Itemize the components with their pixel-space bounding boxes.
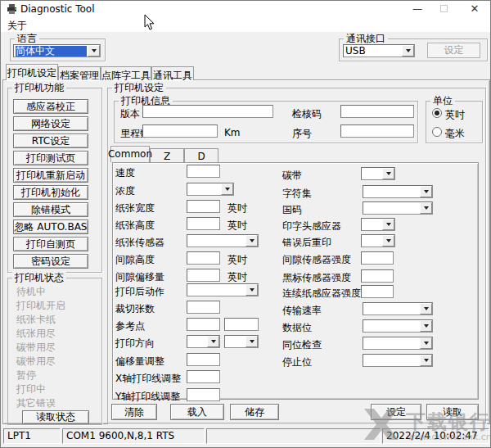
version-label: 版本 bbox=[120, 107, 140, 121]
reprint-after-error-select[interactable] bbox=[361, 234, 395, 247]
ribbon-select[interactable] bbox=[361, 167, 395, 180]
charset-select[interactable] bbox=[363, 185, 433, 198]
printer-icon bbox=[7, 4, 17, 15]
read-button[interactable]: 读取 bbox=[426, 404, 479, 420]
gap-sensor-strength-input[interactable] bbox=[361, 251, 394, 265]
sensor-calibration-button[interactable]: 感应器校正 bbox=[13, 99, 88, 114]
version-input[interactable] bbox=[142, 105, 273, 118]
unit-group: 单位 英吋 毫米 bbox=[426, 101, 483, 143]
printer-settings-label: 打印机设定 bbox=[112, 82, 166, 93]
tab-d[interactable]: D bbox=[184, 148, 218, 162]
form-row-bline-sensor-strength: 黑标传感器强度 bbox=[282, 271, 446, 286]
tab-bitmap-font-tool[interactable]: 点阵字工具 bbox=[101, 66, 151, 80]
comm-select[interactable]: USB bbox=[343, 44, 415, 57]
gap-offset-input[interactable] bbox=[187, 269, 220, 282]
x-line-adjust-input[interactable] bbox=[187, 370, 220, 383]
print-direction-select-2[interactable] bbox=[224, 335, 259, 348]
post-print-action-label: 打印后动作 bbox=[115, 285, 164, 299]
mileage-input[interactable] bbox=[142, 124, 218, 138]
reference-x-input[interactable] bbox=[187, 318, 220, 331]
chevron-down-icon[interactable] bbox=[246, 235, 258, 247]
print-direction-select-1[interactable] bbox=[187, 335, 220, 348]
form-row-baud-rate: 传输速率 bbox=[282, 304, 446, 319]
unit-mm-label: 毫米 bbox=[445, 127, 465, 141]
reference-y-input[interactable] bbox=[224, 318, 259, 331]
chevron-down-icon[interactable] bbox=[420, 337, 432, 349]
password-settings-button[interactable]: 密码设定 bbox=[13, 254, 88, 269]
statusbar-time: 2022/2/4 10:02:47 bbox=[382, 428, 489, 444]
tab-comm-tool[interactable]: 通讯工具 bbox=[151, 66, 194, 80]
y-line-adjust-input[interactable] bbox=[187, 388, 220, 401]
post-print-action-select[interactable] bbox=[187, 283, 259, 296]
charset-label: 字符集 bbox=[282, 187, 312, 201]
paper-height-input[interactable] bbox=[187, 217, 220, 230]
ignore-autobas-button[interactable]: 忽略 AUTO.BAS bbox=[13, 219, 88, 234]
language-group-label: 语言 bbox=[15, 33, 39, 44]
language-select[interactable]: 简体中文 bbox=[13, 44, 101, 57]
chevron-down-icon[interactable] bbox=[420, 186, 432, 197]
chevron-down-icon[interactable] bbox=[207, 336, 219, 347]
form-row-printhead-sensor: 印字头感应器 bbox=[282, 219, 446, 234]
gap-height-input[interactable] bbox=[187, 251, 220, 265]
chevron-down-icon[interactable] bbox=[382, 168, 394, 179]
form-row-y-line-adjust: Y轴打印线调整 bbox=[115, 390, 279, 405]
debug-mode-button[interactable]: 除错模式 bbox=[13, 202, 88, 217]
chevron-down-icon[interactable] bbox=[88, 45, 100, 57]
unit-inch-label: 英吋 bbox=[445, 108, 465, 122]
unit-mm-radio[interactable] bbox=[432, 127, 442, 137]
tab-file-management[interactable]: 档案管理 bbox=[58, 66, 101, 80]
chevron-down-icon[interactable] bbox=[246, 284, 258, 296]
clear-button[interactable]: 清除 bbox=[111, 404, 157, 420]
tab-common[interactable]: Common bbox=[110, 146, 150, 162]
paper-width-input[interactable] bbox=[187, 200, 220, 213]
read-status-button[interactable]: 读取状态 bbox=[22, 410, 89, 424]
printer-restart-button[interactable]: 打印机重新启动 bbox=[13, 168, 88, 183]
cut-count-input[interactable] bbox=[187, 301, 220, 314]
tab-z[interactable]: Z bbox=[150, 148, 184, 162]
continuous-sensor-strength-label: 连续纸感应器强度 bbox=[282, 287, 361, 301]
bline-sensor-strength-input[interactable] bbox=[361, 269, 394, 283]
offset-adjust-input[interactable] bbox=[187, 353, 220, 366]
data-bits-select[interactable] bbox=[363, 319, 433, 333]
baud-rate-select[interactable] bbox=[363, 302, 433, 315]
continuous-sensor-strength-input[interactable] bbox=[361, 285, 394, 298]
chevron-down-icon[interactable] bbox=[402, 45, 414, 57]
save-button[interactable]: 储存 bbox=[230, 404, 279, 420]
network-settings-button[interactable]: 网络设定 bbox=[13, 116, 88, 131]
speed-input[interactable] bbox=[187, 165, 220, 178]
minimize-button[interactable]: — bbox=[405, 1, 430, 17]
print-test-page-button[interactable]: 打印测试页 bbox=[13, 151, 88, 165]
comm-set-button[interactable]: 设定 bbox=[427, 43, 480, 58]
chevron-down-icon[interactable] bbox=[246, 336, 258, 347]
printhead-sensor-select[interactable] bbox=[361, 218, 395, 231]
maximize-button[interactable] bbox=[431, 1, 456, 17]
set-button[interactable]: 设定 bbox=[371, 404, 421, 420]
comm-selected-value: USB bbox=[345, 46, 401, 57]
chevron-down-icon[interactable] bbox=[420, 303, 432, 315]
chevron-down-icon[interactable] bbox=[420, 202, 432, 214]
country-code-select[interactable] bbox=[363, 201, 433, 215]
checksum-input[interactable] bbox=[340, 105, 414, 118]
paper-sensor-select[interactable] bbox=[187, 234, 259, 247]
unit-inch-radio[interactable] bbox=[432, 108, 442, 118]
close-button[interactable]: ✕ bbox=[462, 1, 487, 17]
form-row-gap-height: 间隙高度 英吋 bbox=[115, 253, 279, 268]
density-select[interactable] bbox=[187, 183, 234, 196]
printer-initialize-button[interactable]: 打印机初始化 bbox=[13, 185, 88, 200]
chevron-down-icon[interactable] bbox=[420, 355, 432, 366]
chevron-down-icon[interactable] bbox=[382, 219, 394, 230]
tab-printer-settings[interactable]: 打印机设定 bbox=[6, 64, 58, 80]
status-ribbon-out-2: 碳带用尽 bbox=[16, 355, 56, 369]
chevron-down-icon[interactable] bbox=[420, 320, 432, 332]
print-selftest-button[interactable]: 打印自测页 bbox=[13, 237, 88, 251]
paper-width-label: 纸张宽度 bbox=[115, 201, 155, 215]
serial-input[interactable] bbox=[340, 124, 414, 138]
rtc-settings-button[interactable]: RTC设定 bbox=[13, 133, 88, 148]
load-button[interactable]: 载入 bbox=[170, 404, 224, 420]
chevron-down-icon[interactable] bbox=[382, 235, 394, 247]
parity-select[interactable] bbox=[363, 337, 433, 350]
status-other-error: 其它错误 bbox=[16, 396, 56, 410]
menu-about[interactable]: 关于 bbox=[7, 19, 27, 33]
stop-bits-select[interactable] bbox=[363, 354, 433, 367]
chevron-down-icon[interactable] bbox=[221, 183, 233, 195]
